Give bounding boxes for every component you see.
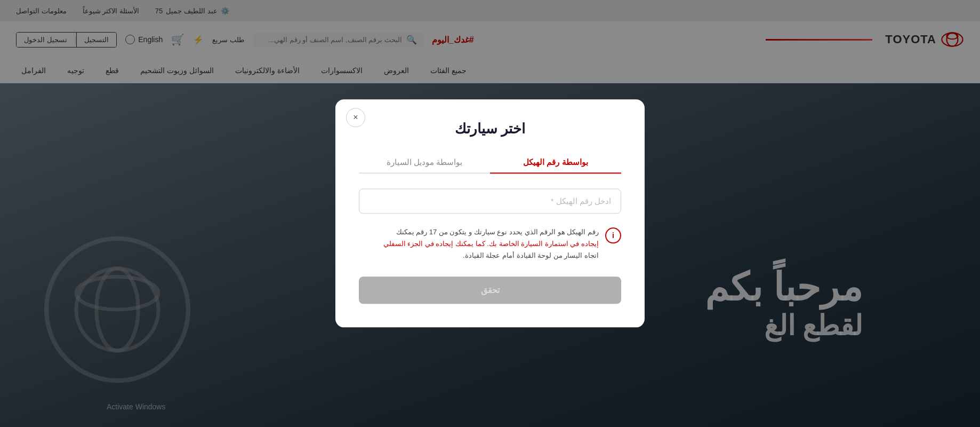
close-icon: × [353,113,358,122]
modal-tabs: بواسطة رقم الهيكل بواسطة موديل السيارة [359,152,621,173]
tab-model[interactable]: بواسطة موديل السيارة [359,152,490,172]
modal-title: اختر سيارتك [359,121,621,137]
info-line3: اتجاه اليسار من لوحة القيادة أمام عجلة ا… [463,252,599,260]
tab-model-label: بواسطة موديل السيارة [387,157,462,167]
info-icon: i [605,227,621,243]
tab-vin[interactable]: بواسطة رقم الهيكل [490,152,621,172]
select-car-modal: × اختر سيارتك بواسطة رقم الهيكل بواسطة م… [335,99,645,327]
info-text: رقم الهيكل هو الرقم الذي يحدد نوع سيارتك… [383,226,599,262]
info-line2-link[interactable]: إيجاده في استمارة السيارة الخاصة بك. كما… [383,240,599,248]
vin-input[interactable] [359,188,621,213]
tab-vin-label: بواسطة رقم الهيكل [523,157,588,167]
info-section: i رقم الهيكل هو الرقم الذي يحدد نوع سيار… [359,226,621,262]
modal-close-button[interactable]: × [346,108,365,127]
submit-button[interactable]: تحقق [359,277,621,304]
info-line1: رقم الهيكل هو الرقم الذي يحدد نوع سيارتك… [396,228,599,236]
